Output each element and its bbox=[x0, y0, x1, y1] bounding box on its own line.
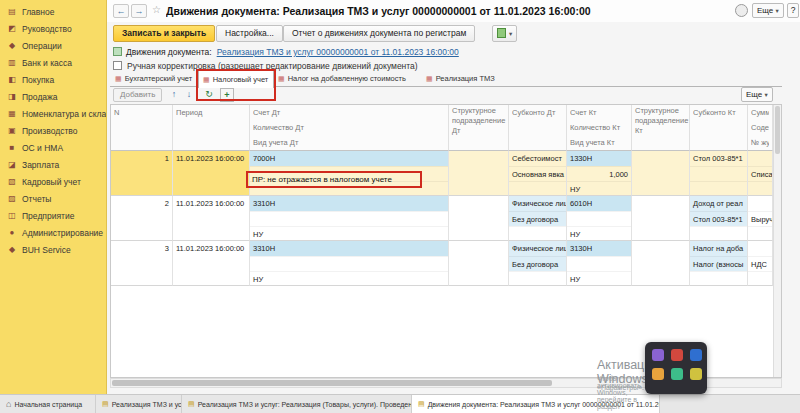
col-header-n: N bbox=[111, 105, 173, 151]
section-icon: ◩ bbox=[7, 24, 17, 33]
sidebar-item-zarplata[interactable]: ◪Зарплата bbox=[0, 156, 106, 173]
scrollbar-thumb[interactable] bbox=[775, 106, 780, 154]
discussions-icon[interactable] bbox=[735, 4, 748, 17]
cell-amount[interactable]: Выручка bbox=[748, 196, 773, 241]
sidebar-item-label: Зарплата bbox=[22, 160, 59, 170]
favorite-star-icon[interactable]: ☆ bbox=[152, 4, 161, 15]
sidebar-item-os-i-nma[interactable]: ■ОС и НМА bbox=[0, 139, 106, 156]
tab-label: Налоговый учет bbox=[213, 75, 269, 84]
tray-app-icon[interactable] bbox=[652, 349, 664, 361]
sidebar-item-administrirovanie[interactable]: ●Администрирование bbox=[0, 224, 106, 241]
save-and-close-button[interactable]: Записать и закрыть bbox=[113, 25, 215, 42]
sidebar-item-rukovodstvo[interactable]: ◩Руководство bbox=[0, 20, 106, 37]
sidebar-item-pokupka[interactable]: ◧Покупка bbox=[0, 71, 106, 88]
back-button[interactable]: ← bbox=[113, 4, 129, 18]
cell-debit-subconto[interactable]: Физическое лицоБез договора bbox=[509, 241, 567, 286]
tray-app-icon[interactable] bbox=[690, 349, 702, 361]
cell-debit-division[interactable] bbox=[449, 241, 509, 286]
cell-debit-account[interactable]: 3310ННУ bbox=[250, 241, 449, 286]
tray-app-icon[interactable] bbox=[671, 349, 683, 361]
cell-n[interactable]: 1 bbox=[111, 151, 173, 196]
taskbar-tab-label: Реализация ТМЗ и услуг: Реализация (Това… bbox=[198, 401, 412, 408]
cell-credit-account[interactable]: 3130ННУ bbox=[567, 241, 632, 286]
tab-tax-accounting[interactable]: ▦Налоговый учет bbox=[198, 70, 274, 88]
cell-debit-subconto[interactable]: СебестоимостОсновная явка bbox=[509, 151, 567, 196]
more-button-grid[interactable]: Еще ▾ bbox=[741, 87, 773, 102]
register-report-button[interactable]: Отчет о движениях документа по регистрам bbox=[283, 25, 475, 42]
more-button-top[interactable]: Еще ▾ bbox=[752, 3, 784, 18]
vertical-scrollbar[interactable] bbox=[773, 105, 781, 377]
tab-accounting[interactable]: ▦Бухгалтерский учет bbox=[111, 70, 198, 87]
movements-grid: N Период Счет ДтКоличество ДтВид учета Д… bbox=[111, 105, 773, 377]
cell-n[interactable]: 2 bbox=[111, 196, 173, 241]
tray-app-icon[interactable] bbox=[671, 368, 683, 380]
dtkt-icon: ▦ bbox=[203, 76, 210, 84]
tray-app-icon[interactable] bbox=[652, 368, 664, 380]
sidebar-item-prodazha[interactable]: ◨Продажа bbox=[0, 88, 106, 105]
page-title: Движения документа: Реализация ТМЗ и усл… bbox=[166, 5, 726, 17]
cell-credit-subconto[interactable]: Доход от реалСтол 003-85*1 bbox=[690, 196, 748, 241]
cell-period[interactable]: 11.01.2023 16:00:00 bbox=[173, 241, 250, 286]
forward-button[interactable]: → bbox=[131, 4, 147, 18]
cell-credit-division[interactable] bbox=[632, 151, 690, 196]
cell-amount[interactable]: Списание bbox=[748, 151, 773, 196]
add-button[interactable]: Добавить bbox=[113, 88, 162, 102]
sidebar-item-label: Главное bbox=[22, 7, 54, 17]
section-icon: ◨ bbox=[7, 92, 17, 101]
tab-realization-tmz[interactable]: ▦Реализация ТМЗ bbox=[422, 70, 508, 87]
sidebar-item-predpriyatie[interactable]: ◫Предприятие bbox=[0, 207, 106, 224]
cell-credit-account[interactable]: 1330Н1,000НУ bbox=[567, 151, 632, 196]
scrollbar-thumb[interactable] bbox=[112, 380, 552, 386]
move-up-icon[interactable]: ↑ bbox=[167, 88, 181, 102]
taskbar-tab-realization[interactable]: ▤Реализация ТМЗ и услуг× bbox=[96, 395, 182, 413]
more-label: Еще bbox=[757, 6, 773, 15]
sidebar-item-glavnoe[interactable]: ▤Главное bbox=[0, 3, 106, 20]
sidebar-item-label: ОС и НМА bbox=[22, 143, 63, 153]
sidebar-item-label: Руководство bbox=[22, 24, 72, 34]
help-button[interactable]: ? bbox=[787, 3, 799, 18]
cell-credit-division[interactable] bbox=[632, 196, 690, 241]
cell-debit-account[interactable]: 7000Н bbox=[250, 151, 449, 196]
taskbar-tab-realization-posted[interactable]: ▤Реализация ТМЗ и услуг: Реализация (Тов… bbox=[182, 395, 412, 413]
cell-period[interactable]: 11.01.2023 16:00:00 bbox=[173, 196, 250, 241]
chevron-down-icon: ▾ bbox=[765, 91, 768, 98]
watermark-subtitle2: «Параметры». bbox=[597, 384, 644, 391]
open-windows-bar: ⌂Начальная страница ▤Реализация ТМЗ и ус… bbox=[0, 394, 800, 413]
move-down-icon[interactable]: ↓ bbox=[182, 88, 196, 102]
sidebar-item-kadrovyj-uchet[interactable]: ▧Кадровый учет bbox=[0, 173, 106, 190]
cell-debit-division[interactable] bbox=[449, 151, 509, 196]
sidebar-item-proizvodstvo[interactable]: ▣Производство bbox=[0, 122, 106, 139]
tab-vat[interactable]: ▦Налог на добавленную стоимость bbox=[274, 70, 422, 87]
register-records-button[interactable]: ▾ bbox=[492, 25, 517, 42]
manual-correction-checkbox[interactable] bbox=[113, 61, 122, 70]
add-row-icon[interactable]: + bbox=[220, 88, 234, 102]
document-icon: ▤ bbox=[102, 400, 109, 408]
section-icon: ◪ bbox=[7, 160, 17, 169]
taskbar-tab-home[interactable]: ⌂Начальная страница bbox=[0, 395, 96, 413]
home-icon: ⌂ bbox=[6, 399, 11, 409]
sidebar-item-operacii[interactable]: ◆Операции bbox=[0, 37, 106, 54]
document-link[interactable]: Реализация ТМЗ и услуг 00000000001 от 11… bbox=[217, 47, 459, 57]
sidebar-item-label: Покупка bbox=[22, 75, 54, 85]
cell-credit-subconto[interactable]: Стол 003-85*1 bbox=[690, 151, 748, 196]
cell-credit-division[interactable] bbox=[632, 241, 690, 286]
cell-debit-division[interactable] bbox=[449, 196, 509, 241]
sidebar-item-otchety[interactable]: ▨Отчеты bbox=[0, 190, 106, 207]
sidebar-item-bank-i-kassa[interactable]: ▥Банк и касса bbox=[0, 54, 106, 71]
cell-debit-account[interactable]: 3310ННУ bbox=[250, 196, 449, 241]
sidebar-item-label: Номенклатура и склад bbox=[22, 109, 106, 119]
cell-credit-account[interactable]: 6010ННУ bbox=[567, 196, 632, 241]
settings-button[interactable]: Настройка... bbox=[216, 25, 283, 42]
cell-debit-subconto[interactable]: Физическое лицоБез договора bbox=[509, 196, 567, 241]
sidebar-item-nomenklatura[interactable]: ▦Номенклатура и склад bbox=[0, 105, 106, 122]
sidebar-item-buh-service[interactable]: ◆BUH Service bbox=[0, 241, 106, 258]
refresh-icon[interactable]: ↻ bbox=[202, 88, 216, 102]
sidebar-item-label: Отчеты bbox=[22, 194, 51, 204]
cell-period[interactable]: 11.01.2023 16:00:00 bbox=[173, 151, 250, 196]
sidebar-item-label: Продажа bbox=[22, 92, 57, 102]
tray-app-icon[interactable] bbox=[690, 368, 702, 380]
cell-n[interactable]: 3 bbox=[111, 241, 173, 286]
tab-label: Бухгалтерский учет bbox=[125, 74, 193, 83]
cell-credit-subconto[interactable]: Налог на добаНалог (взносы bbox=[690, 241, 748, 286]
cell-amount[interactable]: НДС bbox=[748, 241, 773, 286]
